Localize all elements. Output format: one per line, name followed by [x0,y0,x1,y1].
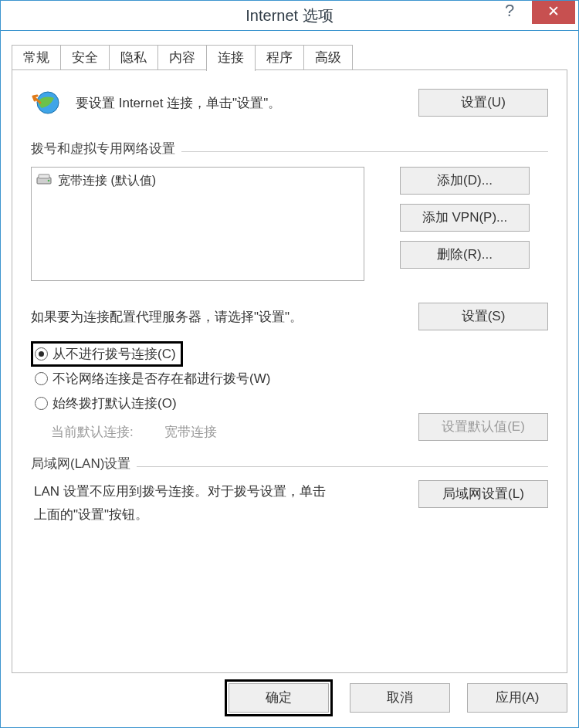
setup-button[interactable]: 设置(U) [418,89,548,117]
svg-rect-2 [39,174,49,178]
window-title: Internet 选项 [245,5,333,26]
list-item[interactable]: 宽带连接 (默认值) [36,171,357,191]
highlight-box: 确定 [225,679,333,716]
radio-never-label: 从不进行拨号连接(C) [52,345,176,363]
tab-connections[interactable]: 连接 [206,45,256,71]
add-button[interactable]: 添加(D)... [400,167,530,195]
internet-options-dialog: Internet 选项 ? ✕ 常规 安全 隐私 内容 连接 程序 高级 [0,0,579,728]
dialog-footer: 确定 取消 应用(A) [12,681,567,715]
close-button[interactable]: ✕ [532,1,575,24]
lan-description: LAN 设置不应用到拨号连接。对于拨号设置，单击上面的"设置"按钮。 [34,480,327,527]
current-default-label: 当前默认连接: [51,423,134,441]
current-default-value: 宽带连接 [164,423,217,441]
radio-always-label: 始终拨打默认连接(O) [52,394,177,412]
tab-advanced[interactable]: 高级 [303,45,353,70]
tab-content[interactable]: 内容 [157,45,207,70]
set-default-button: 设置默认值(E) [418,413,548,441]
remove-button[interactable]: 删除(R)... [400,241,530,269]
modem-icon [36,173,53,188]
tab-general[interactable]: 常规 [12,45,61,70]
divider [181,151,548,152]
tab-programs[interactable]: 程序 [255,45,304,70]
proxy-hint: 如果要为连接配置代理服务器，请选择"设置"。 [31,308,418,326]
help-button[interactable]: ? [490,1,529,24]
globe-icon [31,87,62,118]
cancel-button[interactable]: 取消 [350,683,450,713]
divider [137,466,548,467]
tab-strip: 常规 安全 隐私 内容 连接 程序 高级 [12,44,567,70]
svg-point-3 [48,180,50,182]
radio-always-dial[interactable] [35,397,48,410]
ok-button[interactable]: 确定 [229,683,329,713]
add-vpn-button[interactable]: 添加 VPN(P)... [400,204,530,232]
radio-when-needed-label: 不论网络连接是否存在都进行拨号(W) [52,370,270,388]
radio-dial-when-needed[interactable] [35,372,48,385]
tab-security[interactable]: 安全 [60,45,110,70]
connection-name: 宽带连接 (默认值) [58,173,156,189]
lan-section-title: 局域网(LAN)设置 [31,455,130,472]
settings-button[interactable]: 设置(S) [418,303,548,330]
intro-text: 要设置 Internet 连接，单击"设置"。 [76,94,405,112]
title-bar: Internet 选项 ? ✕ [1,1,578,31]
apply-button[interactable]: 应用(A) [467,683,567,713]
lan-settings-button[interactable]: 局域网设置(L) [418,480,548,508]
dialog-body: 常规 安全 隐私 内容 连接 程序 高级 要设置 Internet 连接，单击"… [12,44,567,673]
highlight-box: 从不进行拨号连接(C) [31,341,183,367]
dial-section-title: 拨号和虚拟专用网络设置 [31,140,175,157]
connections-listbox[interactable]: 宽带连接 (默认值) [31,167,364,281]
connections-panel: 要设置 Internet 连接，单击"设置"。 设置(U) 拨号和虚拟专用网络设… [12,69,567,673]
radio-never-dial[interactable] [35,347,48,361]
tab-privacy[interactable]: 隐私 [109,45,158,70]
